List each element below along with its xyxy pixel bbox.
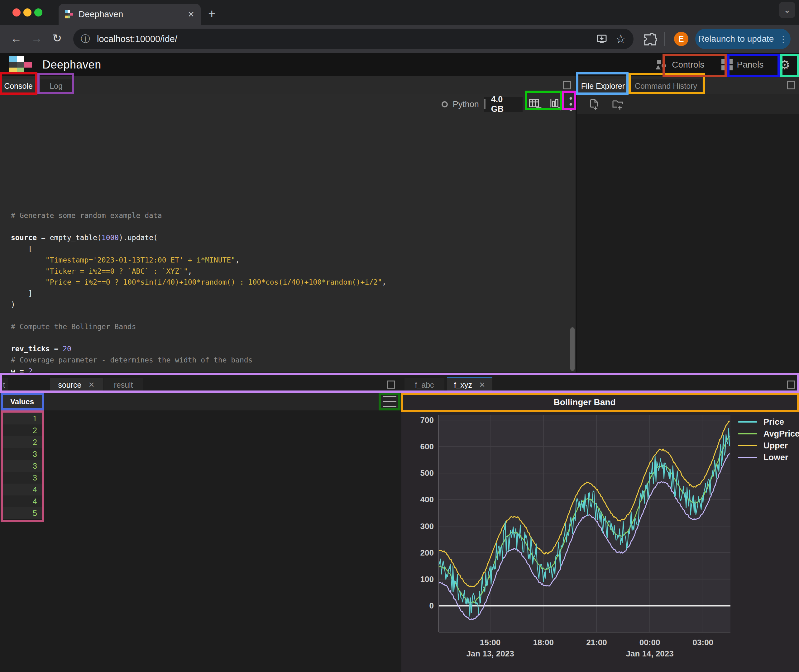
window-close-button[interactable]	[13, 8, 21, 16]
svg-text:03:00: 03:00	[693, 638, 714, 647]
console-maximize-icon[interactable]	[563, 81, 571, 90]
tab-f-xyz[interactable]: f_xyz ✕	[447, 377, 493, 392]
tab-log[interactable]: Log	[40, 79, 72, 93]
editor-scrollbar[interactable]	[570, 327, 574, 371]
controls-shapes-icon	[655, 59, 667, 71]
session-language-label: Python	[453, 100, 479, 109]
omnibox[interactable]: ⓘ localhost:10000/ide/ ☆	[73, 29, 634, 49]
deephaven-logo	[10, 56, 32, 74]
tab-search-button[interactable]: ⌄	[779, 2, 795, 18]
legend-item[interactable]: Lower	[738, 451, 799, 463]
code-line: "Timestamp='2023-01-13T12:00 ET' + i*MIN…	[11, 255, 566, 266]
svg-text:21:00: 21:00	[586, 638, 607, 647]
controls-button[interactable]: Controls	[655, 59, 704, 71]
bottom-left-tabstrip: t source ✕ result	[0, 373, 401, 393]
legend-label: AvgPrice	[764, 429, 799, 439]
tab-t[interactable]: t	[0, 378, 8, 392]
legend-item[interactable]: Upper	[738, 440, 799, 451]
tab-source-label: source	[58, 381, 81, 390]
extensions-puzzle-icon[interactable]	[641, 30, 657, 47]
panel-divider[interactable]	[576, 76, 577, 373]
table-menu-hamburger-icon[interactable]	[383, 396, 396, 407]
profile-avatar[interactable]: E	[674, 32, 688, 46]
console-overflow-kebab-icon[interactable]: •••	[569, 96, 573, 113]
install-app-icon[interactable]	[595, 33, 608, 45]
screenshot-root: Deephaven ✕ + ⌄ ← → ↻ ⓘ localhost:10000/…	[0, 0, 799, 672]
browser-tab[interactable]: Deephaven ✕	[59, 4, 201, 25]
panels-label: Panels	[737, 60, 764, 70]
app-title: Deephaven	[42, 58, 101, 71]
code-line: "Price = i%2==0 ? 100*sin(i/40)+100*rand…	[11, 277, 566, 288]
tab-f-abc[interactable]: f_abc	[404, 378, 444, 392]
tab-close-icon[interactable]: ✕	[188, 10, 194, 19]
chart-legend: PriceAvgPriceUpperLower	[738, 416, 799, 463]
table-row[interactable]: 4	[2, 483, 42, 496]
file-explorer-toolbar	[577, 94, 799, 114]
new-tab-button[interactable]: +	[208, 7, 215, 21]
code-line	[11, 310, 566, 322]
table-row[interactable]: 3	[2, 472, 42, 483]
reload-icon[interactable]: ↻	[52, 32, 62, 45]
tab-source-close-icon[interactable]: ✕	[88, 381, 95, 389]
svg-text:600: 600	[420, 442, 434, 451]
table-row[interactable]: 3	[2, 460, 42, 472]
site-info-icon[interactable]: ⓘ	[81, 33, 90, 45]
svg-text:200: 200	[420, 548, 434, 557]
back-icon[interactable]: ←	[11, 32, 22, 45]
tabstrip-divider	[91, 78, 91, 93]
bottom-left-maximize-icon[interactable]	[387, 381, 395, 389]
new-file-icon[interactable]	[587, 97, 601, 112]
code-line: # Compute the Bollinger Bands	[11, 322, 566, 333]
svg-text:Jan 14, 2023: Jan 14, 2023	[626, 649, 674, 658]
url-text[interactable]: localhost:10000/ide/	[97, 34, 595, 44]
relaunch-to-update-button[interactable]: Relaunch to update ⋮	[695, 29, 791, 49]
new-folder-icon[interactable]	[610, 97, 625, 112]
table-row[interactable]: 5	[2, 507, 42, 519]
chart-panels-dropdown-icon[interactable]	[549, 97, 564, 112]
svg-text:100: 100	[420, 574, 434, 584]
code-line: # Coverage parameter - determines the wi…	[11, 355, 566, 366]
tab-source[interactable]: source ✕	[50, 378, 103, 392]
table-row[interactable]: 2	[2, 436, 42, 448]
window-zoom-button[interactable]	[34, 8, 42, 16]
tab-file-explorer[interactable]: File Explorer	[578, 79, 627, 93]
table-row[interactable]: 2	[2, 424, 42, 436]
tab-f-xyz-close-icon[interactable]: ✕	[479, 381, 485, 389]
panels-button[interactable]: Panels	[721, 59, 764, 70]
code-line: # Generate some random example data	[11, 210, 566, 221]
bottom-right-maximize-icon[interactable]	[787, 381, 795, 389]
svg-text:00:00: 00:00	[639, 638, 660, 647]
file-explorer-maximize-icon[interactable]	[787, 81, 795, 90]
table-row[interactable]: 1	[2, 413, 42, 424]
memory-usage: 4.0 GB	[484, 97, 523, 112]
source-table-panel: Values 122333445	[0, 393, 401, 672]
table-row[interactable]: 3	[2, 448, 42, 460]
console-tabstrip: Console Log	[0, 76, 576, 94]
table-panels-dropdown-icon[interactable]	[528, 97, 544, 112]
panels-grid-icon	[721, 59, 733, 70]
browser-menu-kebab-icon[interactable]: ⋮	[779, 34, 788, 44]
svg-text:18:00: 18:00	[533, 638, 554, 647]
legend-item[interactable]: AvgPrice	[738, 428, 799, 440]
legend-item[interactable]: Price	[738, 416, 799, 428]
tab-result[interactable]: result	[103, 378, 143, 392]
tab-command-history[interactable]: Command History	[630, 79, 702, 93]
file-explorer-panel	[577, 94, 799, 373]
bollinger-chart-panel: Bollinger Band 010020030040050060070015:…	[401, 393, 799, 672]
app-header: Deephaven Controls Panels ⚙	[0, 53, 799, 76]
relaunch-label: Relaunch to update	[698, 34, 774, 44]
settings-gear-icon[interactable]: ⚙	[779, 58, 790, 72]
window-minimize-button[interactable]	[23, 8, 32, 16]
controls-label: Controls	[672, 60, 704, 70]
toolbar-divider	[664, 32, 665, 46]
forward-icon[interactable]: →	[31, 32, 42, 45]
column-header-values[interactable]: Values	[2, 395, 42, 409]
svg-text:400: 400	[420, 495, 434, 504]
table-row[interactable]: 4	[2, 496, 42, 507]
tab-f-xyz-label: f_xyz	[454, 381, 472, 390]
table-header-row: Values	[0, 393, 401, 410]
file-explorer-tabstrip: File Explorer Command History	[577, 76, 799, 94]
bookmark-star-icon[interactable]: ☆	[616, 32, 626, 46]
tab-console[interactable]: Console	[2, 79, 35, 93]
legend-label: Upper	[764, 441, 788, 451]
